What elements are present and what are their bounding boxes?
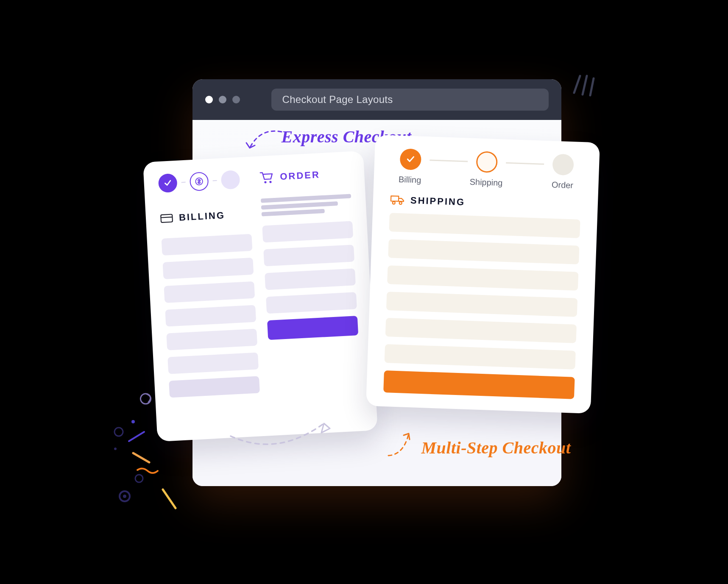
step-order-label: Order <box>551 180 573 191</box>
billing-heading: BILLING <box>160 209 251 224</box>
step-connector <box>506 162 544 165</box>
shipping-heading-text: SHIPPING <box>410 195 465 208</box>
step-shipping-label: Shipping <box>469 177 503 188</box>
express-order-column: ORDER <box>259 164 361 392</box>
svg-line-14 <box>163 489 176 508</box>
step-shipping-circle-icon <box>476 151 498 173</box>
shipping-field[interactable] <box>384 344 575 370</box>
window-control-close[interactable] <box>205 96 213 103</box>
shipping-field[interactable] <box>389 213 580 238</box>
billing-field[interactable] <box>166 329 257 350</box>
billing-field[interactable] <box>169 376 260 398</box>
summary-line <box>260 194 351 203</box>
svg-point-3 <box>264 181 266 183</box>
step-billing-label: Billing <box>398 175 421 185</box>
express-steps <box>158 170 249 193</box>
shipping-heading: SHIPPING <box>390 194 581 212</box>
url-bar-text: Checkout Page Layouts <box>282 94 393 106</box>
summary-line <box>261 209 324 217</box>
svg-rect-1 <box>161 214 173 222</box>
label-multi-checkout: Multi-Step Checkout <box>421 438 571 458</box>
order-summary-lines <box>260 194 351 219</box>
truck-icon <box>390 194 404 206</box>
order-heading-text: ORDER <box>279 169 320 182</box>
svg-point-13 <box>123 495 126 498</box>
express-checkout-card: BILLING ORDER <box>143 151 378 442</box>
step-shipping[interactable]: Shipping <box>467 151 506 188</box>
svg-point-7 <box>114 428 123 436</box>
cart-icon <box>259 171 274 184</box>
decoration-top-right-icon <box>569 61 603 99</box>
express-billing-column: BILLING <box>158 170 259 398</box>
svg-line-10 <box>129 432 144 441</box>
browser-titlebar: Checkout Page Layouts <box>192 79 561 120</box>
billing-field[interactable] <box>165 305 256 327</box>
order-field[interactable] <box>265 268 356 290</box>
order-heading: ORDER <box>259 167 350 184</box>
billing-field[interactable] <box>164 281 255 303</box>
express-step-payment-icon <box>189 172 209 191</box>
svg-point-6 <box>399 202 402 204</box>
express-submit-button[interactable] <box>267 316 358 340</box>
billing-field[interactable] <box>167 352 259 374</box>
shipping-field[interactable] <box>388 239 579 264</box>
order-field[interactable] <box>262 221 353 242</box>
shipping-field[interactable] <box>387 265 578 291</box>
order-field[interactable] <box>263 245 354 266</box>
svg-point-5 <box>392 201 395 204</box>
express-step-pending-icon <box>220 170 240 189</box>
shipping-continue-button[interactable] <box>383 370 575 399</box>
svg-point-9 <box>114 448 117 450</box>
svg-line-2 <box>161 217 172 217</box>
step-connector <box>430 159 468 162</box>
step-order-circle-icon <box>552 154 574 176</box>
shipping-form <box>383 213 580 399</box>
multistep-checkout-card: Billing Shipping Order SHIPPING <box>365 135 600 414</box>
summary-line <box>261 201 338 209</box>
svg-point-8 <box>131 420 135 423</box>
card-icon <box>160 213 173 224</box>
billing-heading-text: BILLING <box>179 210 225 223</box>
shipping-field[interactable] <box>386 292 577 317</box>
express-step-done-icon <box>158 173 177 193</box>
step-billing[interactable]: Billing <box>390 148 430 185</box>
url-bar[interactable]: Checkout Page Layouts <box>271 89 549 111</box>
svg-point-11 <box>135 475 143 482</box>
step-order[interactable]: Order <box>543 153 583 191</box>
billing-field[interactable] <box>161 234 252 256</box>
order-field[interactable] <box>266 292 357 314</box>
svg-point-4 <box>269 181 271 183</box>
window-control-minimize[interactable] <box>219 96 226 103</box>
shipping-field[interactable] <box>385 318 576 343</box>
multistep-stepper: Billing Shipping Order <box>390 148 583 191</box>
billing-field[interactable] <box>162 258 254 279</box>
window-control-maximize[interactable] <box>232 96 240 103</box>
svg-point-12 <box>120 491 130 501</box>
check-icon <box>399 148 421 170</box>
